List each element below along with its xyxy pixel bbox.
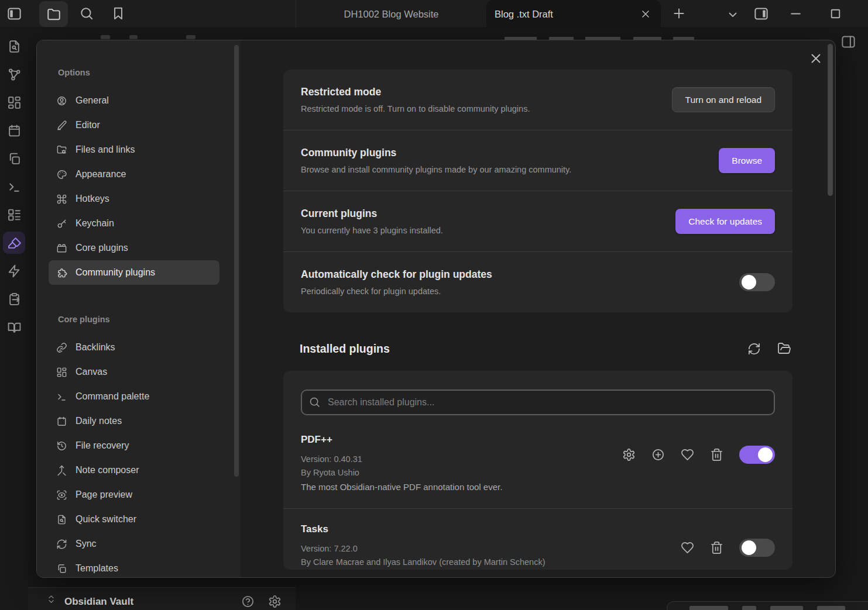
tab-blog-txt-draft[interactable]: Blog .txt Draft (486, 0, 661, 28)
canvas-icon[interactable] (0, 88, 28, 116)
sidebar-item-keychain[interactable]: Keychain (49, 211, 219, 236)
settings-card: Restricted mode Restricted mode is off. … (283, 70, 792, 312)
copy-icon[interactable] (0, 144, 28, 173)
tasks-toggle[interactable] (739, 539, 775, 557)
calendar-icon[interactable] (0, 116, 28, 144)
sidebar-item-general[interactable]: General (49, 88, 219, 113)
pdf-plus-plus-toggle[interactable] (739, 446, 775, 464)
sidebar-item-label: Quick switcher (76, 514, 136, 525)
plus-circle-icon[interactable] (651, 448, 665, 461)
sidebar-item-templates[interactable]: Templates (49, 556, 219, 578)
scan-eye-icon (56, 490, 67, 501)
sidebar-item-label: Core plugins (76, 243, 128, 253)
sidebar-item-label: Hotkeys (76, 194, 109, 204)
folder-icon-button[interactable] (39, 1, 68, 27)
heart-icon[interactable] (681, 448, 694, 461)
chevrons-up-down-icon[interactable] (46, 594, 56, 604)
help-circle-icon[interactable] (241, 595, 255, 608)
toggle-knob (758, 447, 773, 462)
vault-name: Obsidian Vault (64, 596, 133, 608)
trash-icon[interactable] (710, 541, 723, 554)
sidebar-item-quick-switcher[interactable]: Quick switcher (49, 507, 219, 532)
sidebar-scrollbar[interactable] (234, 45, 239, 477)
book-open-icon[interactable] (0, 313, 28, 341)
sidebar-item-canvas[interactable]: Canvas (49, 360, 219, 384)
sidebar-item-appearance[interactable]: Appearance (49, 162, 219, 187)
vault-switcher-bar[interactable]: Obsidian Vault (28, 587, 296, 610)
check-for-updates-button[interactable]: Check for updates (675, 209, 775, 234)
auto-check-updates-toggle[interactable] (739, 273, 775, 291)
plugin-author: By Ryota Ushio (301, 466, 775, 480)
sidebar-item-editor[interactable]: Editor (49, 113, 219, 137)
sidebar-item-page-preview[interactable]: Page preview (49, 483, 219, 507)
layout-list-icon[interactable] (0, 201, 28, 229)
browse-button[interactable]: Browse (719, 148, 775, 173)
folder-open-icon[interactable] (777, 342, 791, 356)
sidebar-item-community-plugins[interactable]: Community plugins (49, 260, 219, 285)
setting-community-plugins: Community plugins Browse and install com… (283, 130, 792, 191)
sidebar-item-core-plugins[interactable]: Core plugins (49, 236, 219, 260)
highlighter-icon[interactable] (0, 229, 28, 257)
plugin-name: Tasks (301, 523, 775, 535)
installed-plugins-heading: Installed plugins (300, 342, 390, 356)
maximize-icon[interactable] (828, 6, 843, 21)
sidebar-item-label: File recovery (76, 440, 129, 451)
sidebar-item-daily-notes[interactable]: Daily notes (49, 409, 219, 433)
new-tab-icon[interactable] (671, 6, 687, 21)
minimize-icon[interactable] (788, 6, 803, 21)
sidebar-item-label: General (76, 95, 109, 106)
sidebar-item-label: Sync (76, 539, 97, 549)
panel-right-icon[interactable] (753, 6, 769, 22)
close-tab-icon[interactable] (640, 8, 651, 20)
section-label-options: Options (58, 66, 241, 79)
chevron-down-icon[interactable] (726, 8, 740, 22)
sidebar-item-label: Files and links (76, 144, 135, 155)
sidebar-item-note-composer[interactable]: Note composer (49, 458, 219, 483)
sidebar-item-files-and-links[interactable]: Files and links (49, 137, 219, 162)
content-scrollbar[interactable] (828, 44, 833, 196)
search-icon[interactable] (79, 6, 94, 21)
panel-left-icon[interactable] (6, 6, 22, 22)
sidebar-item-file-recovery[interactable]: File recovery (49, 433, 219, 458)
settings-sidebar: Options General Editor Files and links A… (37, 40, 241, 577)
sidebar-item-label: Templates (76, 563, 118, 574)
sidebar-item-command-palette[interactable]: Command palette (49, 384, 219, 409)
zap-icon[interactable] (0, 257, 28, 285)
close-icon[interactable] (808, 51, 824, 66)
bookmark-icon[interactable] (111, 6, 126, 21)
gear-icon[interactable] (622, 448, 636, 461)
toggle-knob (742, 275, 756, 290)
sidebar-item-backlinks[interactable]: Backlinks (49, 335, 219, 360)
sidebar-item-hotkeys[interactable]: Hotkeys (49, 187, 219, 211)
setting-current-plugins: Current plugins You currently have 3 plu… (283, 191, 792, 251)
setting-desc: Restricted mode is off. Turn on to disab… (301, 104, 530, 113)
calendar-icon (56, 416, 67, 427)
file-search-icon[interactable] (0, 32, 28, 60)
user-circle-icon (56, 95, 67, 106)
search-installed-plugins-input[interactable] (301, 390, 775, 415)
key-icon (56, 218, 67, 229)
sidebar-item-sync[interactable]: Sync (49, 532, 219, 556)
sidebar-item-label: Appearance (76, 169, 126, 180)
gear-icon[interactable] (268, 595, 282, 608)
setting-auto-check-updates: Automatically check for plugin updates P… (283, 251, 792, 312)
refresh-icon[interactable] (747, 342, 761, 356)
plugin-description: The most Obsidian-native PDF annotation … (301, 480, 775, 494)
graph-icon[interactable] (0, 60, 28, 88)
folder-icon (46, 6, 61, 22)
terminal-icon[interactable] (0, 173, 28, 201)
clipboard-export-icon[interactable] (0, 285, 28, 313)
file-search-icon (56, 514, 67, 525)
heart-icon[interactable] (681, 541, 694, 554)
tab-dh1002-blog-website[interactable]: DH1002 Blog Website (296, 0, 486, 28)
right-sidebar-toggle-icon[interactable] (840, 34, 856, 50)
history-icon (56, 440, 67, 452)
palette-icon (56, 169, 67, 180)
trash-icon[interactable] (710, 448, 723, 461)
sidebar-item-label: Note composer (76, 465, 139, 475)
sidebar-item-label: Page preview (76, 490, 132, 500)
setting-desc: You currently have 3 plugins installed. (301, 226, 443, 235)
sidebar-item-label: Backlinks (76, 342, 115, 353)
sidebar-item-label: Keychain (76, 218, 114, 229)
turn-on-and-reload-button[interactable]: Turn on and reload (672, 87, 775, 112)
